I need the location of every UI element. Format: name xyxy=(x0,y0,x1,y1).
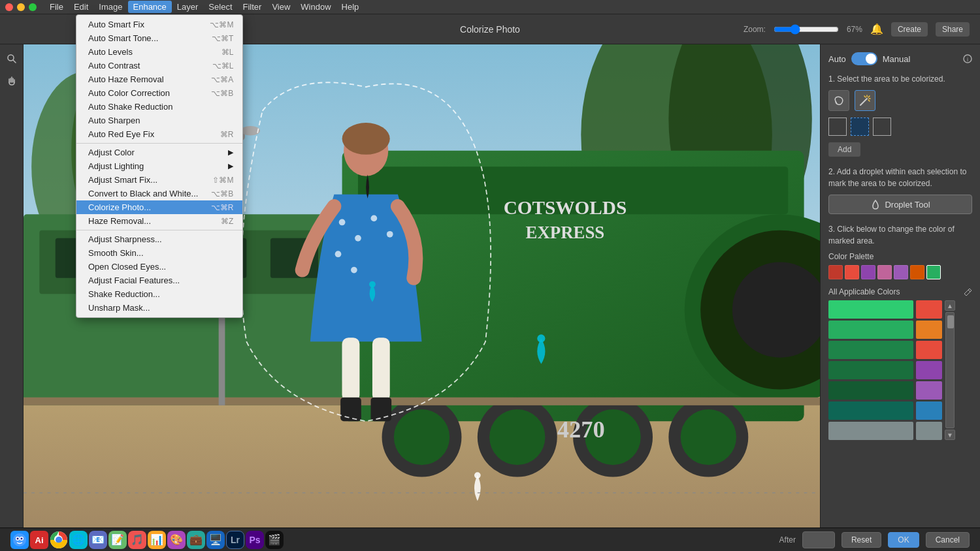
menu-filter[interactable]: Filter xyxy=(238,1,267,13)
close-button[interactable] xyxy=(5,3,13,11)
color-bar-side-6[interactable] xyxy=(916,401,942,420)
menu-image[interactable]: Image xyxy=(93,1,127,13)
swatch-1[interactable] xyxy=(828,265,843,279)
color-bar-4[interactable] xyxy=(828,361,913,379)
menu-item-auto-levels[interactable]: Auto Levels ⌘L xyxy=(76,45,242,59)
share-button[interactable]: Share xyxy=(936,22,970,37)
swatch-6[interactable] xyxy=(910,265,924,279)
dock-app-5[interactable]: 📧 xyxy=(89,531,107,549)
swatch-3[interactable] xyxy=(861,265,875,279)
scroll-thumb[interactable] xyxy=(947,315,954,328)
scroll-down-arrow[interactable]: ▼ xyxy=(945,430,955,440)
scroll-track[interactable] xyxy=(945,312,955,428)
menu-layer[interactable]: Layer xyxy=(172,1,204,13)
magic-wand-tool-button[interactable] xyxy=(855,90,875,111)
droplet-tool-button[interactable]: Droplet Tool xyxy=(828,195,972,214)
menu-item-auto-shake[interactable]: Auto Shake Reduction xyxy=(76,100,242,114)
lasso-tool-button[interactable] xyxy=(828,90,849,111)
dock-app-9[interactable]: 🎨 xyxy=(167,531,186,549)
menu-item-haze-removal[interactable]: Haze Removal... ⌘Z xyxy=(76,214,242,228)
menu-item-auto-haze[interactable]: Auto Haze Removal ⌥⌘A xyxy=(76,72,242,86)
enhance-dropdown-menu: Auto Smart Fix ⌥⌘M Auto Smart Tone... ⌥⌘… xyxy=(76,14,243,318)
dock-app-6[interactable]: 📝 xyxy=(108,531,127,549)
add-button[interactable]: Add xyxy=(828,142,860,157)
swatch-5[interactable] xyxy=(894,265,908,279)
menu-enhance[interactable]: Enhance xyxy=(128,1,172,13)
square-selection-2[interactable] xyxy=(851,118,869,136)
color-bar-6[interactable] xyxy=(828,401,913,420)
menu-item-auto-smart-tone[interactable]: Auto Smart Tone... ⌥⌘T xyxy=(76,31,242,45)
menu-item-adjust-sharpness[interactable]: Adjust Sharpness... xyxy=(76,232,242,246)
dock-finder[interactable] xyxy=(10,531,29,549)
swatch-2[interactable] xyxy=(845,265,859,279)
color-bars-side xyxy=(916,300,942,440)
dock-acrobat[interactable]: Ai xyxy=(30,531,48,549)
svg-line-1 xyxy=(13,60,16,63)
cancel-button[interactable]: Cancel xyxy=(926,532,970,548)
scroll-up-arrow[interactable]: ▲ xyxy=(945,300,955,311)
color-bar-3[interactable] xyxy=(828,341,913,359)
search-tool-button[interactable] xyxy=(3,50,21,68)
color-bar-side-4[interactable] xyxy=(916,361,942,379)
dock-app-14[interactable]: 🎬 xyxy=(265,531,284,549)
color-bar-7[interactable] xyxy=(828,422,913,440)
dock-app-7[interactable]: 🎵 xyxy=(128,531,146,549)
svg-rect-45 xyxy=(372,338,390,401)
menu-file[interactable]: File xyxy=(44,1,69,13)
color-bar-5[interactable] xyxy=(828,381,913,400)
menu-window[interactable]: Window xyxy=(295,1,336,13)
menu-item-unsharp-mask[interactable]: Unsharp Mask... xyxy=(76,301,242,315)
swatch-active[interactable] xyxy=(926,265,941,279)
menu-item-auto-redeye[interactable]: Auto Red Eye Fix ⌘R xyxy=(76,127,242,141)
color-bar-side-2[interactable] xyxy=(916,321,942,339)
menu-item-auto-smart-fix[interactable]: Auto Smart Fix ⌥⌘M xyxy=(76,18,242,31)
dock-app-13[interactable]: Ps xyxy=(246,531,264,549)
menu-item-auto-color[interactable]: Auto Color Correction ⌥⌘B xyxy=(76,86,242,100)
ok-button[interactable]: OK xyxy=(888,532,919,548)
color-bar-side-5[interactable] xyxy=(916,381,942,400)
dock-app-10[interactable]: 💼 xyxy=(187,531,205,549)
edit-pencil-icon[interactable] xyxy=(963,287,972,296)
auto-manual-toggle: Auto Manual i xyxy=(828,52,972,65)
menu-item-shake-reduction[interactable]: Shake Reduction... xyxy=(76,287,242,301)
dock-lightroom[interactable]: Lr xyxy=(226,531,244,549)
menu-view[interactable]: View xyxy=(267,1,295,13)
menu-help[interactable]: Help xyxy=(336,1,365,13)
menu-item-facial-features[interactable]: Adjust Facial Features... xyxy=(76,274,242,287)
menu-item-auto-contrast[interactable]: Auto Contrast ⌥⌘L xyxy=(76,59,242,72)
create-button[interactable]: Create xyxy=(891,22,928,37)
minimize-button[interactable] xyxy=(17,3,25,11)
zoom-label: Zoom: xyxy=(743,25,766,34)
hand-tool-button[interactable] xyxy=(3,72,21,90)
menu-select[interactable]: Select xyxy=(203,1,237,13)
reset-button[interactable]: Reset xyxy=(841,532,881,548)
dock-chrome[interactable] xyxy=(50,531,68,549)
square-selection-1[interactable] xyxy=(828,118,847,136)
menu-item-auto-sharpen[interactable]: Auto Sharpen xyxy=(76,114,242,127)
menu-item-adjust-smart-fix[interactable]: Adjust Smart Fix... ⇧⌘M xyxy=(76,173,242,187)
dock-app-8[interactable]: 📊 xyxy=(148,531,166,549)
menu-item-adjust-lighting[interactable]: Adjust Lighting ▶ xyxy=(76,159,242,173)
menu-item-smooth-skin[interactable]: Smooth Skin... xyxy=(76,246,242,260)
menu-item-colorize-photo[interactable]: Colorize Photo... ⌥⌘R xyxy=(76,200,242,214)
color-bar-1[interactable] xyxy=(828,300,913,319)
square-selection-3[interactable] xyxy=(873,118,891,136)
menu-item-open-closed-eyes[interactable]: Open Closed Eyes... xyxy=(76,260,242,274)
menubar: File Edit Image Enhance Layer Select Fil… xyxy=(0,0,980,14)
color-bar-side-3[interactable] xyxy=(916,341,942,359)
dock-app-11[interactable]: 🖥️ xyxy=(206,531,225,549)
svg-text:4270: 4270 xyxy=(557,416,605,443)
fullscreen-button[interactable] xyxy=(29,3,37,11)
menu-item-convert-bw[interactable]: Convert to Black and White... ⌥⌘B xyxy=(76,187,242,200)
notification-bell-icon[interactable]: 🔔 xyxy=(870,23,883,35)
color-bar-side-1[interactable] xyxy=(916,300,942,319)
color-bar-side-7[interactable] xyxy=(916,422,942,440)
zoom-slider[interactable] xyxy=(774,24,839,35)
menu-item-adjust-color[interactable]: Adjust Color ▶ xyxy=(76,146,242,159)
color-bar-2[interactable] xyxy=(828,321,913,339)
swatch-4[interactable] xyxy=(877,265,892,279)
dock-app-4[interactable]: 🌐 xyxy=(69,531,88,549)
menu-separator-2 xyxy=(76,230,242,230)
menu-edit[interactable]: Edit xyxy=(69,1,93,13)
toggle-switch[interactable] xyxy=(851,52,877,65)
